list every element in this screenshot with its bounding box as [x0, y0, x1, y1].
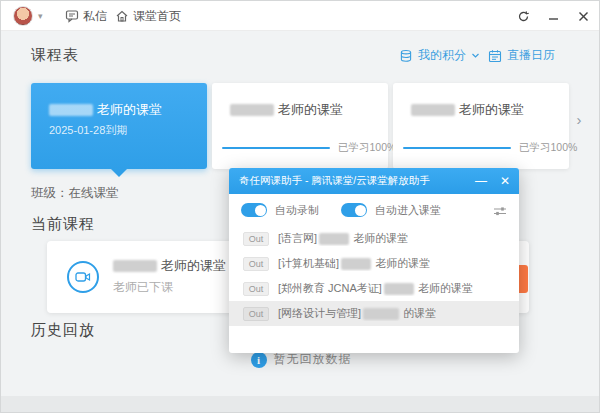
minimize-button[interactable]: [545, 8, 561, 24]
messages-button[interactable]: 私信: [65, 1, 107, 31]
live-calendar-label: 直播日历: [507, 47, 555, 64]
refresh-button[interactable]: [515, 8, 531, 24]
carousel-next-chevron-icon[interactable]: ›: [571, 109, 587, 131]
modal-toggle-row: 自动录制 自动进入课堂: [229, 194, 519, 226]
modal-close-button[interactable]: ✕: [499, 174, 511, 188]
messages-label: 私信: [83, 8, 107, 25]
course-card-title: 老师的课堂: [230, 101, 343, 119]
refresh-icon: [517, 10, 530, 23]
window-bottom-strip: [1, 396, 599, 412]
close-icon: [578, 11, 589, 22]
camera-icon: [67, 261, 99, 293]
empty-playback-text: 暂无回放数据: [274, 351, 352, 368]
progress-bar: [222, 147, 330, 149]
out-button[interactable]: Out: [243, 257, 269, 271]
redacted-text: [49, 104, 93, 116]
home-icon: [115, 9, 129, 23]
auto-enter-label: 自动进入课堂: [375, 203, 441, 218]
user-avatar[interactable]: [13, 6, 33, 26]
course-card-active[interactable]: 老师的课堂 2025-01-28到期: [31, 83, 207, 169]
class-item-text: [语言网] 老师的课堂: [278, 231, 408, 246]
class-list-item: Out [郑州教育 JCNA考证] 老师的课堂: [229, 276, 519, 301]
page-title: 课程表: [31, 46, 79, 65]
out-button[interactable]: Out: [243, 282, 269, 296]
redacted-text: [363, 308, 399, 320]
modal-titlebar: 奇任网课助手 - 腾讯课堂/云课堂解放助手 — ✕: [229, 168, 519, 194]
class-item-text: [计算机基础] 老师的课堂: [278, 256, 430, 271]
section-current-course: 当前课程: [31, 215, 95, 234]
auto-record-label: 自动录制: [275, 203, 319, 218]
out-button[interactable]: Out: [243, 232, 269, 246]
class-list-item: Out [计算机基础] 老师的课堂: [229, 251, 519, 276]
points-coins-icon: [399, 49, 413, 63]
course-card-title: 老师的课堂: [411, 101, 524, 119]
active-card-pointer: [111, 169, 127, 177]
class-list-item-highlighted: Out [网络设计与管理] 的课堂: [229, 301, 519, 326]
course-progress: 已学习100%: [403, 141, 559, 155]
course-card[interactable]: 老师的课堂 已学习100%: [393, 83, 569, 169]
course-expiry-date: 2025-01-28到期: [49, 123, 127, 138]
class-info-label: 班级：在线课堂: [31, 185, 119, 202]
redacted-text: [411, 104, 455, 116]
classroom-home-label: 课堂首页: [133, 8, 181, 25]
auto-enter-toggle[interactable]: [341, 203, 367, 217]
my-points-label: 我的积分: [418, 47, 466, 64]
points-chevron-down-icon: [471, 51, 480, 60]
message-icon: [65, 9, 79, 23]
redacted-text: [230, 104, 274, 116]
section-history-playback: 历史回放: [31, 321, 95, 340]
modal-minimize-button[interactable]: —: [475, 174, 487, 188]
current-course-status: 老师已下课: [113, 279, 173, 296]
app-window: ▾ 私信 课堂首页: [0, 0, 600, 413]
settings-sliders-icon[interactable]: [493, 203, 507, 221]
my-points-button[interactable]: 我的积分: [399, 47, 480, 64]
redacted-text: [113, 260, 157, 272]
titlebar: ▾ 私信 课堂首页: [1, 1, 599, 31]
empty-playback-state: i 暂无回放数据: [1, 351, 600, 368]
redacted-text: [384, 283, 414, 295]
modal-title: 奇任网课助手 - 腾讯课堂/云课堂解放助手: [239, 174, 430, 188]
avatar-chevron-down-icon[interactable]: ▾: [38, 12, 46, 20]
progress-bar: [403, 147, 511, 149]
progress-label: 已学习100%: [519, 141, 577, 155]
live-calendar-button[interactable]: 直播日历: [488, 47, 555, 64]
course-card-title: 老师的课堂: [49, 101, 162, 119]
course-progress: 已学习100%: [222, 141, 378, 155]
class-item-text: [郑州教育 JCNA考证] 老师的课堂: [278, 281, 473, 296]
redacted-text: [319, 233, 349, 245]
auto-record-toggle[interactable]: [241, 203, 267, 217]
out-button[interactable]: Out: [243, 307, 269, 321]
minimize-icon: [548, 11, 559, 22]
classroom-home-button[interactable]: 课堂首页: [115, 1, 181, 31]
info-icon: i: [251, 352, 267, 368]
course-card[interactable]: 老师的课堂 已学习100%: [212, 83, 388, 169]
assistant-modal: 奇任网课助手 - 腾讯课堂/云课堂解放助手 — ✕ 自动录制 自动进入课堂 Ou: [229, 168, 519, 353]
close-button[interactable]: [575, 8, 591, 24]
class-item-text: [网络设计与管理] 的课堂: [278, 306, 436, 321]
progress-label: 已学习100%: [338, 141, 396, 155]
redacted-text: [341, 258, 371, 270]
class-list-item: Out [语言网] 老师的课堂: [229, 226, 519, 251]
current-course-title: 老师的课堂: [113, 257, 226, 275]
calendar-icon: [488, 49, 502, 63]
